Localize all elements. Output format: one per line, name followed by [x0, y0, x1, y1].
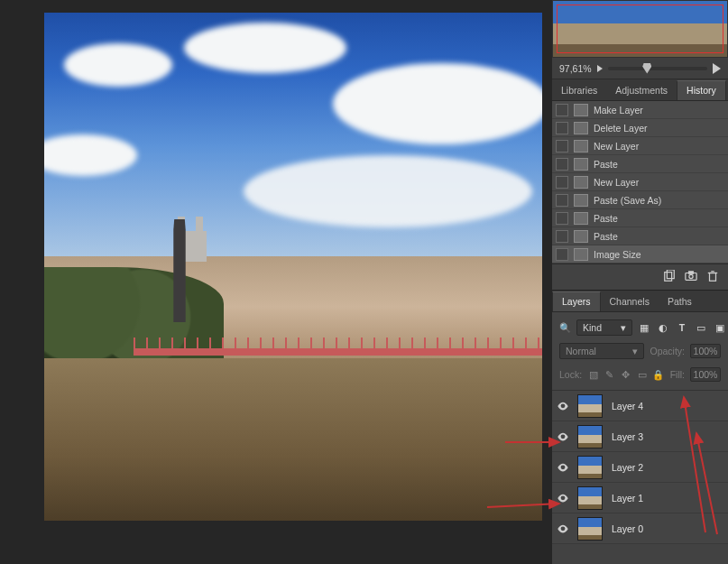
history-step-icon	[574, 140, 588, 153]
right-sidebar: 97,61% Libraries Adjustments History Mak…	[552, 0, 728, 564]
filter-shape-icon[interactable]: ▭	[695, 321, 707, 334]
history-item[interactable]: Paste (Save As)	[552, 191, 728, 209]
history-item[interactable]: New Layer	[552, 173, 728, 191]
layer-name[interactable]: Layer 3	[612, 431, 643, 442]
tab-paths[interactable]: Paths	[659, 292, 701, 311]
history-step-icon	[574, 230, 588, 243]
document-canvas-area	[0, 0, 552, 564]
layer-filter-kind[interactable]: Kind ▾	[576, 319, 632, 336]
history-label: Paste (Save As)	[594, 195, 661, 206]
history-item[interactable]: Paste	[552, 227, 728, 245]
layer-row[interactable]: Layer 4	[552, 391, 728, 421]
zoom-slider[interactable]	[608, 67, 707, 70]
history-label: Image Size	[594, 249, 641, 260]
zoom-percentage[interactable]: 97,61%	[559, 63, 592, 74]
chevron-down-icon: ▾	[621, 322, 626, 333]
layer-name[interactable]: Layer 2	[612, 462, 643, 473]
zoom-out-icon[interactable]	[597, 65, 603, 72]
snapshot-icon[interactable]	[685, 270, 697, 284]
tab-layers[interactable]: Layers	[552, 291, 601, 311]
layer-thumbnail	[577, 517, 603, 541]
document-canvas[interactable]	[44, 13, 542, 521]
layer-thumbnail	[577, 456, 603, 479]
history-label: Paste	[594, 213, 618, 224]
history-footer	[552, 264, 728, 291]
navigator-zoom-row: 97,61%	[552, 58, 728, 79]
search-icon: 🔍	[559, 322, 571, 334]
history-step-icon	[574, 122, 588, 134]
history-item[interactable]: Image Size	[552, 245, 728, 264]
history-label: Paste	[594, 231, 618, 242]
lock-position-icon[interactable]: ✥	[620, 369, 631, 381]
history-item[interactable]: New Layer	[552, 137, 728, 155]
layer-list: Layer 4 Layer 3 Layer 2 Layer 1 Layer 0	[552, 391, 728, 544]
lock-label: Lock:	[559, 369, 582, 380]
layer-name[interactable]: Layer 0	[612, 523, 643, 534]
layer-thumbnail	[577, 486, 603, 510]
layers-tabbar: Layers Channels Paths	[552, 291, 728, 312]
fill-label: Fill:	[670, 369, 685, 380]
history-list: Make Layer Delete Layer New Layer Paste …	[552, 101, 728, 264]
tab-history[interactable]: History	[677, 80, 726, 100]
history-item[interactable]: Paste	[552, 155, 728, 173]
layer-name[interactable]: Layer 4	[612, 401, 643, 411]
history-item[interactable]: Paste	[552, 209, 728, 227]
tab-channels[interactable]: Channels	[601, 292, 659, 311]
history-step-icon	[574, 248, 588, 261]
layer-row[interactable]: Layer 2	[552, 452, 728, 483]
filter-smart-icon[interactable]: ▣	[714, 321, 726, 334]
filter-pixel-icon[interactable]: ▦	[638, 321, 650, 334]
fill-value[interactable]: 100%	[690, 367, 721, 382]
visibility-toggle[interactable]	[556, 399, 570, 413]
layer-thumbnail	[577, 425, 603, 448]
tab-adjustments[interactable]: Adjustments	[606, 81, 677, 100]
filter-kind-label: Kind	[583, 322, 602, 333]
svg-rect-0	[665, 273, 672, 282]
layers-controls: 🔍 Kind ▾ ▦ ◐ T ▭ ▣ Normal ▾ Opacity: 100…	[552, 312, 728, 391]
opacity-label: Opacity:	[650, 346, 685, 356]
svg-rect-1	[667, 270, 674, 279]
lock-transparency-icon[interactable]: ▧	[587, 369, 599, 381]
tab-libraries[interactable]: Libraries	[552, 81, 606, 100]
history-step-icon	[574, 104, 588, 116]
layer-row[interactable]: Layer 3	[552, 421, 728, 452]
layer-name[interactable]: Layer 1	[612, 493, 643, 504]
svg-rect-5	[710, 273, 716, 282]
history-item[interactable]: Delete Layer	[552, 119, 728, 137]
lock-all-icon[interactable]: 🔒	[652, 369, 664, 381]
history-label: Delete Layer	[594, 123, 648, 134]
blend-mode-value: Normal	[566, 346, 596, 356]
layer-row[interactable]: Layer 0	[552, 513, 728, 544]
lock-artboard-icon[interactable]: ▭	[636, 369, 648, 381]
history-label: Make Layer	[594, 105, 643, 116]
history-item[interactable]: Make Layer	[552, 101, 728, 119]
history-step-icon	[574, 176, 588, 189]
trash-icon[interactable]	[706, 270, 719, 284]
visibility-toggle[interactable]	[556, 460, 570, 475]
lock-image-icon[interactable]: ✎	[604, 369, 615, 381]
history-tabbar: Libraries Adjustments History	[552, 79, 728, 101]
navigator-thumbnail[interactable]	[552, 0, 728, 58]
layer-thumbnail	[577, 394, 603, 418]
history-step-icon	[574, 158, 588, 171]
visibility-toggle[interactable]	[556, 491, 570, 505]
opacity-value[interactable]: 100%	[690, 344, 721, 358]
history-step-icon	[574, 212, 588, 225]
zoom-in-icon[interactable]	[713, 63, 721, 74]
history-step-icon	[574, 194, 588, 207]
visibility-toggle[interactable]	[556, 430, 570, 444]
filter-adjustment-icon[interactable]: ◐	[657, 321, 669, 334]
history-label: Paste	[594, 159, 618, 170]
history-label: New Layer	[594, 141, 639, 152]
visibility-toggle[interactable]	[556, 522, 570, 536]
layer-row[interactable]: Layer 1	[552, 483, 728, 513]
blend-mode-select[interactable]: Normal ▾	[559, 343, 644, 359]
svg-point-3	[689, 274, 693, 278]
create-document-icon[interactable]	[663, 270, 676, 284]
navigator-view-box[interactable]	[557, 5, 723, 53]
history-label: New Layer	[594, 177, 639, 188]
filter-type-icon[interactable]: T	[676, 321, 688, 334]
chevron-down-icon: ▾	[632, 346, 638, 356]
svg-rect-4	[688, 272, 693, 274]
